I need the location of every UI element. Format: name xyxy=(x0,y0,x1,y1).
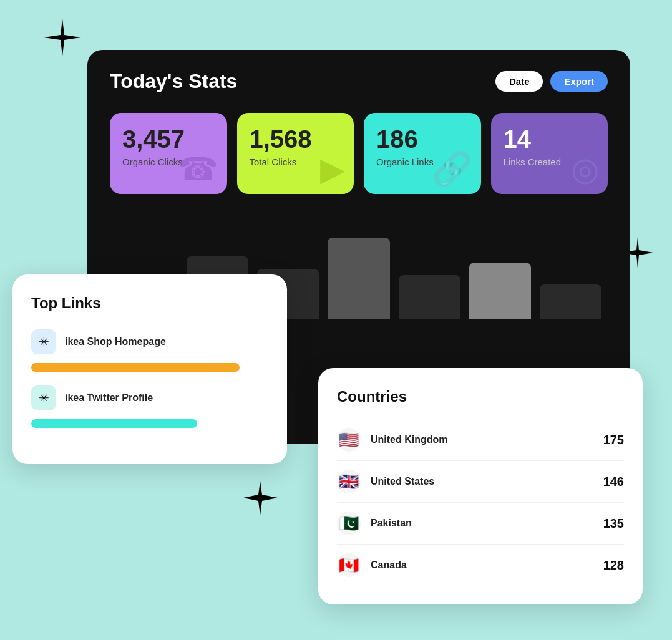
stat-icon-3: ◎ xyxy=(571,150,599,188)
country-count-2: 135 xyxy=(603,516,624,531)
country-name-2: Pakistan xyxy=(371,518,593,529)
countries-title: Countries xyxy=(337,388,624,405)
stat-card-2: 186 Organic Links 🔗 xyxy=(364,113,481,194)
countries-list: 🇺🇸 United Kingdom 175 🇬🇧 United States 1… xyxy=(337,419,624,586)
link-icon-1: ✳ xyxy=(31,385,56,410)
country-count-1: 146 xyxy=(603,475,624,489)
bar-6 xyxy=(469,263,531,319)
link-bar-0 xyxy=(31,363,240,372)
link-row-0: ✳ ikea Shop Homepage xyxy=(31,329,268,354)
dashboard-title: Today's Stats xyxy=(110,70,237,93)
stat-number-2: 186 xyxy=(376,127,469,152)
country-count-0: 175 xyxy=(603,433,624,447)
country-name-1: United States xyxy=(371,476,593,487)
link-bar-container-1 xyxy=(31,419,268,428)
stat-number-3: 14 xyxy=(504,127,596,152)
country-name-0: United Kingdom xyxy=(371,434,593,445)
country-count-3: 128 xyxy=(603,558,624,573)
link-bar-1 xyxy=(31,419,197,428)
top-link-item-1: ✳ ikea Twitter Profile xyxy=(31,385,268,428)
top-link-item-0: ✳ ikea Shop Homepage xyxy=(31,329,268,372)
stat-card-3: 14 Links Created ◎ xyxy=(491,113,608,194)
country-flag-0: 🇺🇸 xyxy=(337,428,361,452)
stat-number-0: 3,457 xyxy=(122,127,215,152)
link-name-1: ikea Twitter Profile xyxy=(65,392,153,404)
country-flag-3: 🇨🇦 xyxy=(337,553,361,577)
stat-icon-0: ☎ xyxy=(178,150,218,188)
export-button[interactable]: Export xyxy=(550,71,608,92)
stat-icon-2: 🔗 xyxy=(432,150,472,188)
country-item-0: 🇺🇸 United Kingdom 175 xyxy=(337,419,624,461)
countries-card: Countries 🇺🇸 United Kingdom 175 🇬🇧 Unite… xyxy=(318,368,643,604)
sparkle-decoration-purple xyxy=(243,481,278,515)
stat-card-0: 3,457 Organic Clicks ☎ xyxy=(110,113,227,194)
country-item-3: 🇨🇦 Canada 128 xyxy=(337,545,624,586)
bar-7 xyxy=(540,284,601,319)
sparkle-decoration-green xyxy=(44,19,81,56)
country-flag-1: 🇬🇧 xyxy=(337,470,361,493)
header-buttons: Date Export xyxy=(495,71,608,92)
dashboard-header: Today's Stats Date Export xyxy=(110,70,608,93)
top-links-list: ✳ ikea Shop Homepage ✳ ikea Twitter Prof… xyxy=(31,329,268,428)
top-links-title: Top Links xyxy=(31,294,268,312)
country-item-1: 🇬🇧 United States 146 xyxy=(337,461,624,503)
bar-4 xyxy=(328,238,389,319)
country-item-2: 🇵🇰 Pakistan 135 xyxy=(337,503,624,545)
country-flag-2: 🇵🇰 xyxy=(337,512,361,535)
top-links-card: Top Links ✳ ikea Shop Homepage ✳ ikea Tw… xyxy=(12,274,287,464)
link-bar-container-0 xyxy=(31,363,268,372)
link-name-0: ikea Shop Homepage xyxy=(65,336,166,347)
link-icon-0: ✳ xyxy=(31,329,56,354)
stat-icon-1: ▶ xyxy=(320,150,345,188)
stat-number-1: 1,568 xyxy=(250,127,342,152)
bar-5 xyxy=(399,275,460,319)
link-row-1: ✳ ikea Twitter Profile xyxy=(31,385,268,410)
date-button[interactable]: Date xyxy=(495,71,543,92)
stat-card-1: 1,568 Total Clicks ▶ xyxy=(237,113,354,194)
country-name-3: Canada xyxy=(371,560,593,571)
stats-row: 3,457 Organic Clicks ☎ 1,568 Total Click… xyxy=(110,113,608,194)
